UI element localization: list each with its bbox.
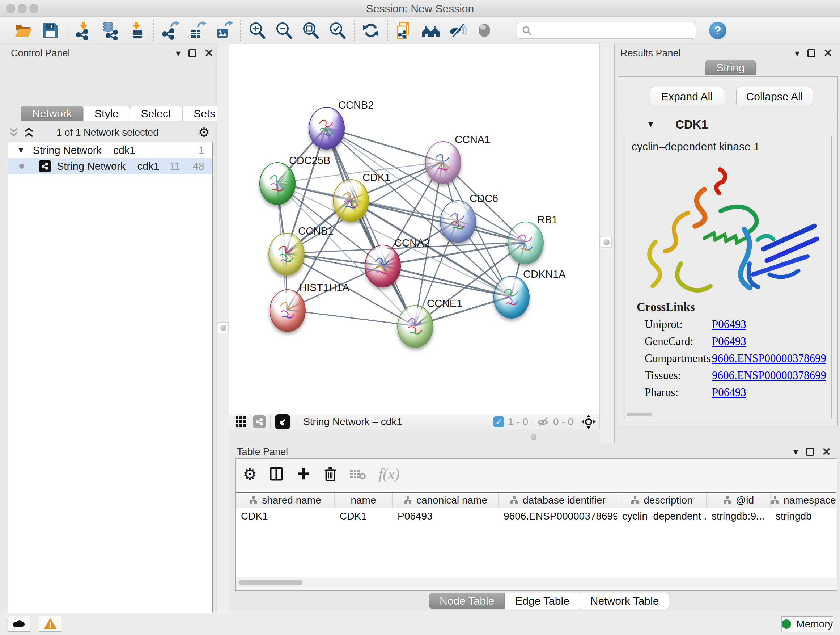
column-header-database-identifier[interactable]: database identifier: [499, 493, 617, 508]
panel-close-icon[interactable]: ✕: [822, 447, 831, 456]
panel-float-icon[interactable]: [188, 49, 196, 57]
table-row[interactable]: CDK1CDK1P064939606.ENSP00000378699cyclin…: [236, 508, 836, 524]
column-header--id[interactable]: @id: [706, 493, 771, 508]
panel-menu-icon[interactable]: ▾: [795, 49, 799, 58]
memory-button[interactable]: Memory: [782, 616, 834, 632]
table-cell[interactable]: 9606.ENSP00000378699: [499, 508, 617, 524]
search-input[interactable]: [516, 22, 696, 39]
network-node-rb1[interactable]: [508, 222, 544, 264]
zoom-fit-button[interactable]: [297, 19, 324, 42]
column-header-shared-name[interactable]: shared name: [236, 493, 335, 508]
network-node-hist1h1a[interactable]: [270, 289, 306, 332]
column-header-canonical-name[interactable]: canonical name: [393, 493, 499, 508]
import-network-button[interactable]: [70, 19, 97, 42]
panel-close-icon[interactable]: ✕: [204, 49, 213, 58]
export-table-button[interactable]: [184, 19, 210, 42]
network-edge[interactable]: [326, 127, 415, 326]
tab-select[interactable]: Select: [130, 106, 182, 121]
network-node-cdk1[interactable]: [333, 179, 369, 222]
table-splitter-handle[interactable]: [531, 434, 537, 440]
network-node-ccnb2[interactable]: [309, 107, 345, 149]
network-list-gear-icon[interactable]: ⚙: [198, 126, 210, 139]
network-type-icon[interactable]: [253, 415, 266, 428]
cloud-status-button[interactable]: [8, 616, 30, 632]
column-header-description[interactable]: description: [617, 493, 706, 508]
selected-checkbox[interactable]: ✓: [493, 416, 504, 427]
import-table-button[interactable]: [124, 19, 150, 42]
tab-string[interactable]: String: [705, 60, 756, 75]
first-neighbors-button[interactable]: [417, 19, 444, 42]
table-cell[interactable]: CDK1: [236, 508, 335, 524]
hide-selected-button[interactable]: [444, 19, 471, 42]
column-header-name[interactable]: name: [335, 493, 393, 508]
import-network-from-database-button[interactable]: [97, 19, 124, 42]
panel-menu-icon[interactable]: ▾: [176, 49, 180, 58]
duplicate-network-view-button[interactable]: [391, 19, 417, 42]
table-cell[interactable]: cyclin–dependent ...: [617, 508, 706, 524]
network-edge[interactable]: [350, 200, 525, 242]
collapse-all-icon[interactable]: [8, 127, 19, 138]
zoom-in-button[interactable]: [244, 19, 271, 42]
fit-content-crosshair-icon[interactable]: [581, 415, 596, 429]
crosslink-link[interactable]: 9606.ENSP00000378699: [712, 369, 826, 382]
crosslink-link[interactable]: P06493: [712, 318, 746, 331]
help-button[interactable]: ?: [709, 22, 726, 39]
crosslink-link[interactable]: P06493: [712, 386, 746, 399]
network-node-cdc25b[interactable]: [259, 162, 295, 205]
delete-column-icon[interactable]: [323, 466, 338, 482]
crosslink-link[interactable]: 9606.ENSP00000378699: [712, 352, 826, 365]
panel-menu-icon[interactable]: ▾: [793, 447, 798, 456]
tab-style[interactable]: Style: [83, 106, 130, 121]
tab-edge-table[interactable]: Edge Table: [505, 593, 580, 609]
show-all-button[interactable]: [471, 19, 498, 42]
table-settings-gear-icon[interactable]: ⚙: [243, 465, 257, 483]
left-splitter[interactable]: [217, 44, 229, 616]
tree-expander-icon[interactable]: ▼: [17, 146, 25, 155]
crosslink-link[interactable]: P06493: [712, 335, 746, 348]
table-cell[interactable]: stringdb:9...: [706, 508, 771, 524]
left-splitter-handle[interactable]: [218, 322, 229, 333]
tab-network-table[interactable]: Network Table: [580, 593, 669, 609]
network-row[interactable]: String Network – cdk1 11 48: [8, 158, 212, 174]
apply-layout-button[interactable]: [357, 19, 384, 42]
table-cell[interactable]: CDK1: [335, 508, 393, 524]
add-column-icon[interactable]: [296, 466, 311, 481]
export-image-button[interactable]: [210, 19, 237, 42]
section-expander-icon[interactable]: ▼: [646, 119, 655, 129]
right-splitter-handle[interactable]: [601, 237, 612, 248]
table-hscroll-thumb[interactable]: [239, 580, 302, 585]
right-splitter[interactable]: [600, 44, 614, 443]
open-session-button[interactable]: [10, 19, 37, 42]
export-network-button[interactable]: [157, 19, 184, 42]
network-collection-row[interactable]: ▼ String Network – cdk1 1: [8, 142, 212, 158]
panel-float-icon[interactable]: [806, 448, 814, 456]
warnings-button[interactable]: [39, 616, 62, 632]
network-edge[interactable]: [287, 310, 415, 326]
network-node-ccne1[interactable]: [397, 305, 433, 348]
table-cell[interactable]: P06493: [393, 508, 499, 524]
network-node-cdc6[interactable]: [440, 200, 476, 243]
table-hscrollbar[interactable]: [236, 578, 836, 587]
panel-close-icon[interactable]: ✕: [823, 49, 832, 58]
open-in-window-button[interactable]: [275, 414, 290, 429]
table-cell[interactable]: stringdb: [771, 508, 836, 524]
network-node-ccna2[interactable]: [365, 245, 401, 287]
network-node-ccna1[interactable]: [425, 141, 461, 184]
tab-node-table[interactable]: Node Table: [429, 593, 505, 609]
zoom-selected-button[interactable]: [324, 19, 351, 42]
network-canvas[interactable]: CCNB2 CCNA1 CDC25B CDK1 CDC6: [229, 44, 600, 414]
network-node-cdkn1a[interactable]: [493, 276, 530, 318]
results-hscroll-thumb[interactable]: [627, 413, 652, 416]
collapse-all-button[interactable]: Collapse All: [736, 87, 813, 106]
save-session-button[interactable]: [37, 19, 64, 42]
panel-float-icon[interactable]: [807, 49, 815, 57]
column-header-namespace[interactable]: namespace: [771, 493, 836, 508]
show-columns-icon[interactable]: [268, 466, 284, 482]
zoom-out-button[interactable]: [271, 19, 297, 42]
birdseye-grid-icon[interactable]: [235, 415, 248, 428]
network-node-ccnb1[interactable]: [268, 233, 305, 276]
tab-network[interactable]: Network: [21, 106, 83, 121]
expand-all-button[interactable]: Expand All: [650, 87, 724, 106]
hidden-eye-icon[interactable]: [537, 416, 549, 427]
expand-all-icon[interactable]: [23, 127, 35, 138]
